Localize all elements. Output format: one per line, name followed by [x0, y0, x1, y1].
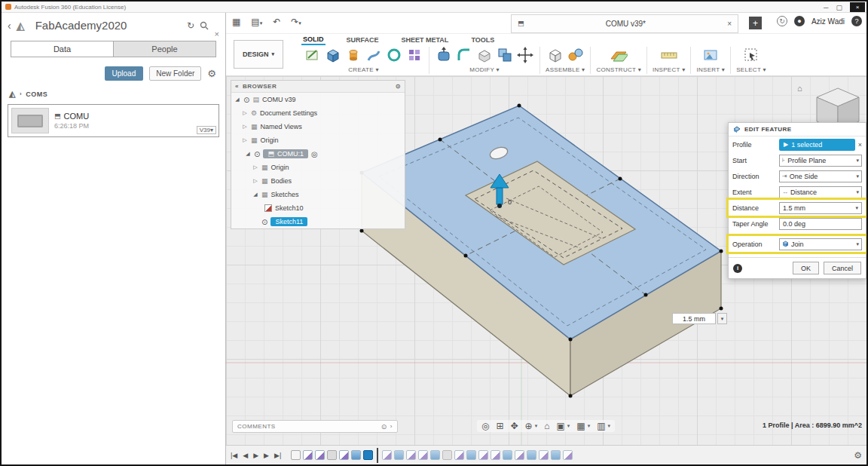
app-grid-icon[interactable]: ▦	[232, 17, 240, 27]
display-settings-icon[interactable]: ▣	[556, 421, 564, 431]
tab-people[interactable]: People	[113, 41, 215, 57]
timeline-feature-icon[interactable]	[442, 450, 452, 460]
timeline-feature-icon-selected[interactable]	[363, 450, 373, 460]
operation-dropdown[interactable]: Join ▾	[779, 238, 862, 250]
coil-icon[interactable]	[385, 46, 403, 64]
press-pull-icon[interactable]	[435, 46, 453, 64]
timeline-feature-icon[interactable]	[466, 450, 476, 460]
visibility-eye-icon[interactable]: ⊙	[254, 150, 260, 158]
pan-icon[interactable]: ✥	[511, 421, 518, 431]
profile-selected-chip[interactable]: ▶ 1 selected	[779, 139, 855, 151]
select-icon[interactable]	[742, 46, 760, 64]
comments-options-icon[interactable]: ⊙	[381, 423, 387, 431]
tree-item-named-views[interactable]: ▷ ▦ Named Views	[231, 120, 405, 133]
play-icon[interactable]: ▶	[253, 452, 258, 459]
timeline-feature-icon[interactable]	[430, 450, 440, 460]
undo-icon[interactable]: ↶	[273, 17, 280, 27]
gear-icon[interactable]: ⚙	[207, 69, 216, 78]
measure-icon[interactable]	[660, 46, 678, 64]
group-label-assemble[interactable]: ASSEMBLE ▾	[546, 66, 585, 73]
timeline-gear-icon[interactable]: ⚙	[854, 450, 862, 461]
ribbon-tab-sheetmetal[interactable]: SHEET METAL	[400, 35, 451, 44]
expand-icon[interactable]: ◢	[245, 151, 251, 157]
viewports-icon[interactable]: ▥	[597, 421, 605, 431]
group-label-create[interactable]: CREATE ▾	[348, 66, 379, 73]
distance-input[interactable]: 1.5 mm ▾	[779, 202, 862, 214]
direction-dropdown[interactable]: ⇥ One Side ▾	[779, 170, 862, 182]
timeline-feature-icon[interactable]	[351, 450, 361, 460]
revolve-icon[interactable]	[344, 46, 362, 64]
step-back-icon[interactable]: ◀	[243, 452, 248, 459]
tree-item-component-comu1[interactable]: ◢ ⊙ ⬒COMU:1 ◎	[231, 147, 405, 161]
group-label-inspect[interactable]: INSPECT ▾	[653, 66, 685, 73]
timeline-feature-icon[interactable]	[291, 450, 301, 460]
new-folder-button[interactable]: New Folder	[149, 66, 201, 81]
collapse-panel-icon[interactable]: «	[235, 83, 239, 90]
zoom-icon[interactable]: ⊕	[525, 421, 533, 431]
ribbon-tab-surface[interactable]: SURFACE	[345, 35, 381, 44]
timeline-feature-icon[interactable]	[539, 450, 549, 460]
home-icon[interactable]: ⌂	[797, 84, 802, 93]
ok-button[interactable]: OK	[793, 262, 819, 274]
maximize-icon[interactable]: ▢	[836, 4, 842, 11]
go-to-start-icon[interactable]: |◀	[231, 452, 237, 459]
comments-bar[interactable]: COMMENTS ⊙ ›	[232, 420, 398, 433]
move-icon[interactable]	[516, 46, 534, 64]
look-at-icon[interactable]: ⊞	[496, 421, 503, 431]
timeline-feature-icon[interactable]	[303, 450, 313, 460]
cancel-button[interactable]: Cancel	[824, 262, 861, 274]
fillet-icon[interactable]	[455, 46, 473, 64]
construction-plane-icon[interactable]	[610, 46, 628, 64]
version-badge[interactable]: V39▾	[197, 126, 216, 134]
timeline-feature-icon[interactable]	[454, 450, 464, 460]
chevron-down-icon[interactable]: ▾	[717, 313, 727, 324]
visibility-eye-icon[interactable]: ⊙	[243, 96, 249, 104]
tab-data[interactable]: Data	[11, 41, 113, 57]
expand-icon[interactable]: ▷	[252, 164, 258, 170]
redo-icon[interactable]: ↷▾	[291, 17, 301, 27]
notifications-icon[interactable]: ●	[794, 16, 805, 26]
timeline-feature-icon[interactable]	[382, 450, 392, 460]
back-chevron-icon[interactable]: ‹	[8, 20, 11, 31]
tree-item-sketch11-selected[interactable]: ⊙ Sketch11	[231, 215, 405, 228]
new-document-tab-button[interactable]: +	[749, 17, 762, 29]
timeline-feature-icon[interactable]	[339, 450, 349, 460]
ribbon-tab-tools[interactable]: TOOLS	[469, 35, 496, 44]
workspace-selector[interactable]: DESIGN▾	[234, 40, 283, 69]
group-label-construct[interactable]: CONSTRUCT ▾	[596, 66, 641, 73]
extent-dropdown[interactable]: ↔ Distance ▾	[779, 186, 862, 198]
tree-item-sketches[interactable]: ◢ ▦ Sketches	[231, 188, 405, 201]
ribbon-tab-solid[interactable]: SOLID	[301, 35, 326, 45]
timeline-feature-icon[interactable]	[563, 450, 573, 460]
user-name[interactable]: Aziz Wadi	[811, 17, 845, 26]
tree-item-origin[interactable]: ▷ ▦ Origin	[231, 133, 405, 147]
timeline-playhead[interactable]	[377, 448, 378, 463]
breadcrumb[interactable]: ◭ › COMS	[9, 90, 225, 98]
upload-button[interactable]: Upload	[105, 66, 144, 81]
tree-item-document[interactable]: ◢ ⊙ ▤ COMU v39	[231, 93, 405, 106]
expand-icon[interactable]: ◢	[234, 97, 240, 103]
fit-icon[interactable]: ⌂	[544, 421, 549, 431]
expand-icon[interactable]: ▷	[242, 137, 248, 143]
project-item-comu[interactable]: ⬒ COMU 6:26:18 PM V39▾	[8, 104, 219, 137]
group-label-select[interactable]: SELECT ▾	[736, 66, 766, 73]
timeline-feature-icon[interactable]	[406, 450, 416, 460]
combine-icon[interactable]	[496, 46, 514, 64]
timeline-feature-icon[interactable]	[478, 450, 488, 460]
close-icon[interactable]: ×	[850, 2, 865, 12]
extrude-icon[interactable]	[324, 46, 342, 64]
insert-canvas-icon[interactable]	[701, 46, 720, 64]
visibility-eye-icon[interactable]: ⊙	[261, 218, 267, 226]
start-dropdown[interactable]: ⊦ Profile Plane ▾	[779, 155, 862, 167]
browser-options-icon[interactable]: ⊙	[396, 83, 401, 90]
timeline-feature-icon[interactable]	[394, 450, 404, 460]
expand-icon[interactable]: ◢	[252, 192, 258, 198]
data-panel-close-icon[interactable]: ×	[215, 29, 219, 38]
shell-icon[interactable]	[475, 46, 494, 64]
document-tab-close-icon[interactable]: ×	[727, 20, 732, 28]
timeline-feature-icon[interactable]	[315, 450, 325, 460]
expand-icon[interactable]: ▷	[252, 178, 258, 184]
info-icon[interactable]: i	[733, 264, 742, 273]
joint-icon[interactable]	[567, 46, 585, 64]
tree-item-origin-2[interactable]: ▷ ▦ Origin	[231, 161, 405, 174]
